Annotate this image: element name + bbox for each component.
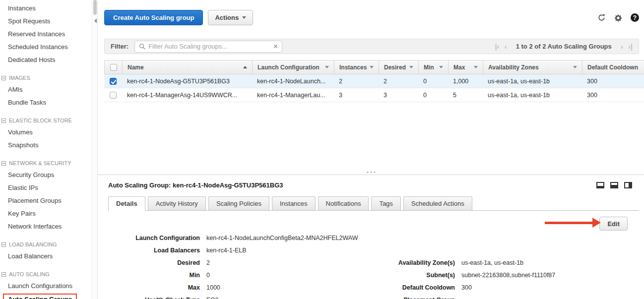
col-label: Instances xyxy=(339,64,367,71)
sidebar-section-auto-scaling[interactable]: AUTO SCALING xyxy=(1,270,92,279)
sidebar-section-label: LOAD BALANCING xyxy=(9,241,57,247)
select-all-checkbox[interactable] xyxy=(110,64,117,71)
sidebar-item-auto-scaling-groups[interactable]: Auto Scaling Groups xyxy=(3,294,77,299)
tab-details[interactable]: Details xyxy=(108,196,145,211)
row-checkbox[interactable] xyxy=(110,78,117,85)
sidebar-item-network-interfaces[interactable]: Network Interfaces xyxy=(8,220,92,233)
field-label: Subnet(s) xyxy=(365,272,461,279)
col-label: Name xyxy=(128,64,144,71)
sidebar-item-key-pairs[interactable]: Key Pairs xyxy=(8,207,92,220)
field-value: 2 xyxy=(206,259,210,266)
actions-button[interactable]: Actions xyxy=(208,10,253,25)
pagination-next-button[interactable]: › xyxy=(621,42,623,51)
field-label: Placement Group xyxy=(365,297,461,299)
field-default-cooldown: Default Cooldown 300 xyxy=(365,281,555,294)
cell-max: 5 xyxy=(448,88,483,102)
field-label: Launch Configuration xyxy=(108,235,206,241)
sidebar-scrollbar-thumb[interactable] xyxy=(93,0,97,15)
col-label: Max xyxy=(453,64,465,71)
sidebar-item-bundle-tasks[interactable]: Bundle Tasks xyxy=(8,96,92,109)
help-icon[interactable]: ? xyxy=(631,13,639,22)
filter-label: Filter: xyxy=(111,43,129,50)
refresh-icon[interactable] xyxy=(597,13,606,22)
tab-notifications[interactable]: Notifications xyxy=(318,196,369,210)
cell-checkbox xyxy=(104,74,122,88)
sidebar-item-instances[interactable]: Instances xyxy=(8,2,92,15)
filter-caret-icon xyxy=(439,66,443,68)
sidebar-item-amis[interactable]: AMIs xyxy=(8,83,92,96)
sidebar-section-images[interactable]: IMAGES xyxy=(1,73,92,82)
section-collapse-icon[interactable] xyxy=(1,76,6,80)
pagination-last-button[interactable]: ›| xyxy=(628,42,633,51)
sidebar-item-launch-configurations[interactable]: Launch Configurations xyxy=(8,280,92,293)
sidebar-item-reserved-instances[interactable]: Reserved Instances xyxy=(8,28,92,41)
search-box[interactable]: × xyxy=(134,41,282,53)
create-auto-scaling-group-button[interactable]: Create Auto Scaling group xyxy=(104,10,203,25)
table-row[interactable]: ken-rc4-1-ManagerAsg-14US9WWCR... ken-rc… xyxy=(104,88,644,102)
sidebar-section-label: ELASTIC BLOCK STORE xyxy=(9,118,72,123)
pane-layout-split-horizontal-icon[interactable] xyxy=(610,182,618,188)
col-header-instances[interactable]: Instances xyxy=(334,60,379,74)
sidebar-item-scheduled-instances[interactable]: Scheduled Instances xyxy=(8,41,92,54)
tab-scheduled-actions[interactable]: Scheduled Actions xyxy=(403,196,472,210)
sidebar-item-snapshots[interactable]: Snapshots xyxy=(8,139,92,152)
field-availability-zones: Availability Zone(s) us-east-1a, us-east… xyxy=(365,256,555,269)
filter-caret-icon xyxy=(573,66,577,68)
filter-caret-icon xyxy=(370,66,374,68)
row-checkbox[interactable] xyxy=(110,92,117,99)
section-collapse-icon[interactable] xyxy=(1,242,6,247)
sidebar-section-load-balancing[interactable]: LOAD BALANCING xyxy=(1,240,92,249)
col-header-default-cooldown[interactable]: Default Cooldown xyxy=(582,60,644,74)
cell-default-cooldown: 300 xyxy=(582,88,644,102)
section-collapse-icon[interactable] xyxy=(1,119,6,123)
panel-resize-handle[interactable] xyxy=(364,171,378,174)
tab-instances[interactable]: Instances xyxy=(272,196,316,210)
field-value: 0 xyxy=(206,272,210,279)
clear-filter-icon[interactable]: × xyxy=(273,43,278,51)
filter-bar: Filter: × |‹ ‹ 1 to 2 of 2 Auto Scaling … xyxy=(104,39,639,54)
details-fields: Launch Configuration ken-rc4-1-NodeLaunc… xyxy=(108,232,555,299)
asg-table: Name Launch Configuration Instances Desi… xyxy=(104,60,644,102)
sidebar-item-load-balancers[interactable]: Load Balancers xyxy=(8,250,92,263)
pane-layout-bottom-icon[interactable] xyxy=(596,182,604,188)
sidebar-item-security-groups[interactable]: Security Groups xyxy=(8,169,92,181)
field-health-check-type: Health Check Type EC2 xyxy=(108,294,365,299)
edit-button[interactable]: Edit xyxy=(599,217,628,231)
col-header-availability-zones[interactable]: Availability Zones xyxy=(483,60,582,74)
cell-desired: 3 xyxy=(379,88,418,102)
col-header-select-all[interactable] xyxy=(104,60,122,74)
field-value: EC2 xyxy=(206,297,218,299)
col-header-min[interactable]: Min xyxy=(418,60,448,74)
pane-layout-split-vertical-icon[interactable] xyxy=(624,182,632,188)
col-header-desired[interactable]: Desired xyxy=(379,60,418,74)
col-header-max[interactable]: Max xyxy=(448,60,483,74)
sidebar-item-spot-requests[interactable]: Spot Requests xyxy=(8,15,92,28)
tab-scaling-policies[interactable]: Scaling Policies xyxy=(208,196,269,210)
sidebar-item-elastic-ips[interactable]: Elastic IPs xyxy=(8,181,92,194)
col-header-launch-configuration[interactable]: Launch Configuration xyxy=(252,60,334,74)
tab-tags[interactable]: Tags xyxy=(371,196,400,210)
section-collapse-icon[interactable] xyxy=(1,161,6,166)
sidebar-section-network-security[interactable]: NETWORK & SECURITY xyxy=(1,159,92,168)
cell-launch-configuration: ken-rc4-1-ManagerLau... xyxy=(252,88,334,102)
filter-input[interactable] xyxy=(148,43,270,50)
table-row[interactable]: ken-rc4-1-NodeAsg-G5TU3P561BG3 ken-rc4-1… xyxy=(104,74,644,88)
col-header-name[interactable]: Name xyxy=(122,60,252,74)
field-label: Max xyxy=(108,284,206,291)
section-collapse-icon[interactable] xyxy=(1,272,6,277)
details-panel-title: Auto Scaling Group: ken-rc4-1-NodeAsg-G5… xyxy=(108,181,283,189)
tab-activity-history[interactable]: Activity History xyxy=(148,196,206,210)
annotation-arrow xyxy=(545,222,593,224)
sidebar-collapse-button[interactable] xyxy=(93,16,98,26)
pagination-first-button[interactable]: |‹ xyxy=(495,42,500,51)
sidebar-section-elastic-block-store[interactable]: ELASTIC BLOCK STORE xyxy=(1,116,92,125)
chevron-left-icon xyxy=(94,18,97,23)
sidebar-item-placement-groups[interactable]: Placement Groups xyxy=(8,194,92,207)
pagination-prev-button[interactable]: ‹ xyxy=(505,42,507,51)
sidebar-splitter[interactable] xyxy=(92,0,98,299)
details-panel-header: Auto Scaling Group: ken-rc4-1-NodeAsg-G5… xyxy=(108,181,632,189)
cell-instances: 2 xyxy=(334,74,379,88)
sidebar-item-volumes[interactable]: Volumes xyxy=(8,126,92,139)
sidebar-item-dedicated-hosts[interactable]: Dedicated Hosts xyxy=(8,54,92,66)
settings-gear-icon[interactable] xyxy=(614,13,623,22)
